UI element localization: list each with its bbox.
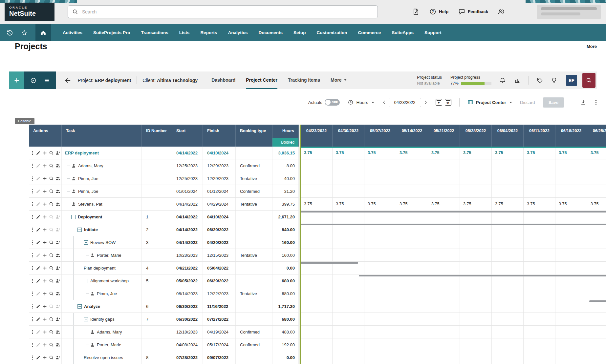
grid-cell[interactable] [333, 249, 364, 261]
grid-cell[interactable] [555, 300, 587, 313]
row-menu-icon[interactable] [31, 317, 34, 322]
row-menu-icon[interactable] [31, 189, 34, 194]
grid-cell[interactable] [587, 338, 606, 351]
fin-cell[interactable]: 05/04/2022 [203, 262, 236, 274]
fin-cell[interactable]: 12/15/2023 [203, 249, 236, 261]
task-name[interactable]: ERP deployment [65, 151, 99, 155]
add-icon[interactable] [42, 278, 47, 283]
grid-cell[interactable] [460, 159, 492, 172]
tab-tracking-items[interactable]: Tracking Items [288, 71, 320, 89]
grid-cell[interactable] [396, 300, 428, 313]
avatar[interactable]: EF [566, 75, 577, 86]
date-input[interactable]: 04/23/2022 [389, 98, 421, 107]
grid-cell[interactable]: 3.75 [460, 198, 492, 210]
edit-icon[interactable] [36, 151, 41, 155]
gantt-bar[interactable] [301, 262, 358, 264]
add-icon[interactable] [42, 227, 47, 232]
id-cell[interactable] [142, 172, 172, 185]
grid-cell[interactable] [364, 262, 396, 274]
zoom-icon[interactable] [49, 291, 54, 296]
grid-cell[interactable]: 3.75 [428, 198, 460, 210]
history-icon[interactable] [7, 30, 13, 36]
grid-cell[interactable]: 3.75 [492, 147, 524, 159]
zoom-icon[interactable] [49, 151, 54, 155]
start-cell[interactable]: 06/30/2022 [172, 313, 203, 325]
grid-cell[interactable] [428, 172, 460, 185]
row-menu-icon[interactable] [31, 266, 34, 271]
grid-cell[interactable]: 3.75 [524, 147, 555, 159]
grid-cell[interactable] [555, 287, 587, 300]
start-cell[interactable]: 04/14/2022 [172, 211, 203, 223]
hours-cell[interactable]: 0.00 [272, 351, 299, 364]
start-cell[interactable]: 12/25/2023 [172, 172, 203, 185]
collapse-expander-icon[interactable] [84, 240, 88, 245]
grid-cell[interactable] [333, 351, 364, 364]
lightbulb-icon[interactable] [551, 77, 557, 84]
add-icon[interactable] [42, 342, 47, 347]
grid-cell[interactable] [524, 159, 555, 172]
gantt-bar[interactable] [301, 147, 606, 148]
grid-cell[interactable] [364, 313, 396, 325]
users-icon[interactable] [498, 8, 505, 15]
nav-item-analytics[interactable]: Analytics [228, 30, 248, 35]
grid-cell[interactable] [524, 300, 555, 313]
hours-cell[interactable]: 680.00 [272, 313, 299, 325]
grid-cell[interactable] [428, 185, 460, 197]
menu-icon[interactable] [44, 77, 50, 84]
edit-icon[interactable] [36, 253, 41, 258]
book-cell[interactable] [236, 223, 272, 236]
add-icon[interactable] [42, 253, 47, 258]
hours-cell[interactable]: 40.00 [272, 172, 299, 185]
start-cell[interactable]: 12/18/2023 [172, 326, 203, 338]
hours-cell[interactable]: 0.00 [272, 262, 299, 274]
grid-cell[interactable] [555, 249, 587, 261]
grid-cell[interactable]: 3.75 [333, 147, 364, 159]
assign-resource-icon[interactable] [55, 342, 60, 347]
row-menu-icon[interactable] [31, 330, 34, 334]
grid-cell[interactable]: 3.75 [396, 198, 428, 210]
hours-cell[interactable]: 2,671.20 [272, 211, 299, 223]
task-name[interactable]: Adams, Mary [97, 330, 122, 334]
hours-cell[interactable]: 680.00 [272, 287, 299, 300]
start-cell[interactable]: 04/14/2022 [172, 147, 203, 159]
grid-cell[interactable] [396, 249, 428, 261]
tab-dashboard[interactable]: Dashboard [211, 71, 235, 89]
grid-cell[interactable] [396, 351, 428, 364]
zoom-icon[interactable] [49, 227, 54, 232]
grid-cell[interactable] [333, 236, 364, 249]
hours-cell[interactable]: 680.00 [272, 274, 299, 287]
global-search[interactable] [68, 5, 378, 18]
grid-cell[interactable]: 3.75 [492, 198, 524, 210]
zoom-icon[interactable] [49, 176, 54, 181]
grid-cell[interactable] [492, 351, 524, 364]
grid-cell[interactable] [333, 300, 364, 313]
add-icon[interactable] [42, 291, 47, 296]
task-name[interactable]: Stevens, Pat [78, 202, 102, 207]
fin-cell[interactable]: 04/10/2024 [203, 211, 236, 223]
task-name[interactable]: Identify gaps [90, 317, 115, 322]
grid-cell[interactable]: 3.75 [524, 198, 555, 210]
nav-item-lists[interactable]: Lists [179, 30, 190, 35]
zoom-icon[interactable] [49, 202, 54, 207]
zoom-icon[interactable] [49, 278, 54, 283]
zoom-icon[interactable] [49, 253, 54, 258]
grid-cell[interactable] [460, 313, 492, 325]
feedback-link[interactable]: Feedback [458, 8, 488, 15]
create-button[interactable] [9, 71, 24, 89]
zoom-icon[interactable] [49, 317, 54, 322]
fin-cell[interactable]: 09/07/2022 [203, 351, 236, 364]
book-cell[interactable] [236, 211, 272, 223]
fin-cell[interactable]: 11/16/2022 [203, 300, 236, 313]
fin-cell[interactable]: 04/19/2024 [203, 326, 236, 338]
grid-cell[interactable] [428, 287, 460, 300]
edit-icon[interactable] [36, 355, 41, 360]
fin-cell[interactable]: 05/17/2024 [203, 338, 236, 351]
book-cell[interactable]: Tentative [236, 249, 272, 261]
start-cell[interactable]: 04/14/2022 [172, 198, 203, 210]
hours-cell[interactable]: 192.00 [272, 338, 299, 351]
grid-cell[interactable] [524, 326, 555, 338]
help-link[interactable]: ? Help [429, 8, 448, 15]
start-cell[interactable]: 04/14/2022 [172, 223, 203, 236]
grid-cell[interactable]: 3.75 [587, 198, 606, 210]
grid-cell[interactable]: 3.75 [301, 198, 333, 210]
